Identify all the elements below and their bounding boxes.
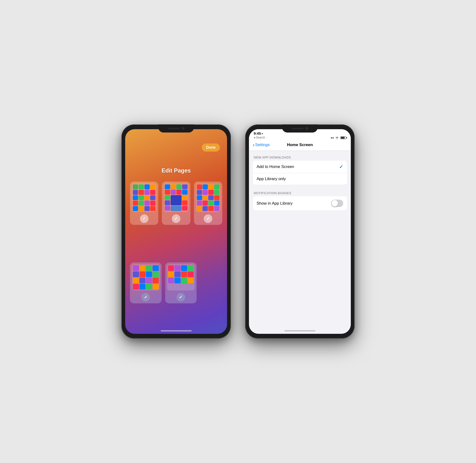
toggle-knob bbox=[332, 200, 338, 206]
left-screen: Done Edit Pages bbox=[125, 129, 227, 334]
speaker bbox=[168, 128, 180, 129]
right-phone: 9:45 ▸ ◂ Search bbox=[245, 125, 355, 338]
section-header-notification-badges: NOTIFICATION BADGES bbox=[249, 187, 351, 196]
front-camera bbox=[182, 127, 184, 130]
status-time: 9:45 bbox=[254, 131, 261, 135]
page-thumbnail-5[interactable]: ✓ bbox=[165, 262, 197, 303]
settings-content: NEW APP DOWNLOADS Add to Home Screen ✓ A… bbox=[249, 151, 351, 334]
page-3-check[interactable]: ✓ bbox=[204, 214, 212, 223]
notch bbox=[158, 125, 194, 133]
page-4-check[interactable]: ✓ bbox=[141, 293, 150, 302]
edit-pages-title: Edit Pages bbox=[162, 167, 191, 174]
show-in-app-library-row[interactable]: Show in App Library bbox=[253, 196, 347, 210]
new-app-downloads-group: Add to Home Screen ✓ App Library only bbox=[253, 160, 347, 185]
section-header-new-app-downloads: NEW APP DOWNLOADS bbox=[249, 151, 351, 160]
page-1-inner bbox=[132, 183, 156, 212]
edit-pages-screen: Done Edit Pages bbox=[125, 129, 227, 334]
home-indicator-right bbox=[284, 330, 315, 331]
page-thumbnail-1[interactable]: ✓ bbox=[130, 182, 158, 225]
show-in-app-library-toggle[interactable] bbox=[331, 200, 343, 207]
home-indicator-left bbox=[161, 330, 192, 331]
location-icon: ▸ bbox=[262, 132, 263, 135]
left-phone: Done Edit Pages bbox=[121, 125, 231, 338]
selected-checkmark: ✓ bbox=[339, 164, 343, 170]
app-library-only-label: App Library only bbox=[257, 177, 286, 181]
right-notch bbox=[282, 125, 318, 133]
app-library-only-row[interactable]: App Library only bbox=[253, 173, 347, 185]
page-5-inner bbox=[167, 264, 195, 291]
page-2-inner bbox=[164, 183, 188, 212]
add-to-home-screen-row[interactable]: Add to Home Screen ✓ bbox=[253, 160, 347, 173]
page-3-inner bbox=[196, 183, 220, 212]
nav-title: Home Screen bbox=[287, 142, 313, 147]
settings-screen: 9:45 ▸ ◂ Search bbox=[249, 129, 351, 334]
right-front-camera bbox=[305, 127, 308, 130]
show-in-app-library-label: Show in App Library bbox=[257, 201, 293, 206]
add-to-home-screen-label: Add to Home Screen bbox=[257, 164, 294, 169]
right-speaker bbox=[292, 128, 304, 129]
done-button[interactable]: Done bbox=[202, 143, 220, 151]
back-chevron-icon: ‹ bbox=[253, 142, 255, 148]
page-thumbnail-4[interactable]: ✓ bbox=[130, 262, 162, 303]
signal-indicator bbox=[331, 137, 334, 138]
page-2-check[interactable]: ✓ bbox=[172, 214, 180, 223]
wifi-icon bbox=[335, 136, 339, 139]
battery-icon bbox=[340, 136, 346, 139]
back-label: Settings bbox=[255, 142, 270, 147]
page-thumbnail-3[interactable]: ✓ bbox=[194, 182, 222, 225]
page-thumbnail-2[interactable]: ✓ bbox=[162, 182, 190, 225]
pages-grid-top: ✓ bbox=[130, 182, 222, 225]
pages-grid-bottom: ✓ bbox=[130, 262, 197, 303]
page-4-inner bbox=[132, 264, 160, 291]
search-label[interactable]: ◂ Search bbox=[254, 136, 265, 139]
right-screen: 9:45 ▸ ◂ Search bbox=[249, 129, 351, 334]
status-icons bbox=[331, 136, 346, 139]
page-5-check[interactable]: ✓ bbox=[177, 293, 185, 302]
notification-badges-group: Show in App Library bbox=[253, 196, 347, 210]
page-1-check[interactable]: ✓ bbox=[140, 214, 149, 223]
nav-bar: ‹ Settings Home Screen bbox=[249, 141, 351, 151]
